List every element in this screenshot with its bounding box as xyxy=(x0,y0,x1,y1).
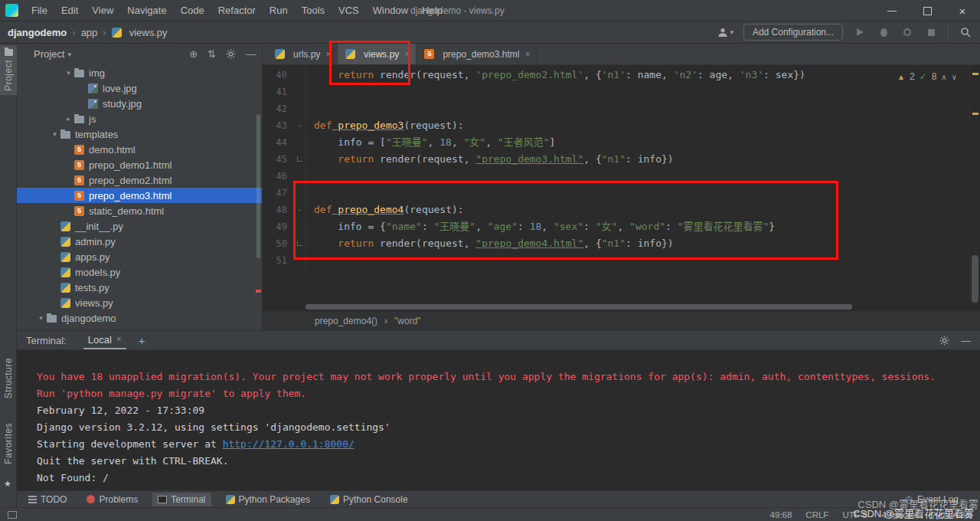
tree-item-models-py[interactable]: models.py xyxy=(17,264,262,280)
html-file-icon: 5 xyxy=(74,160,84,170)
line-number: 47 xyxy=(263,185,293,202)
terminal-tab-local[interactable]: Local × xyxy=(83,331,126,349)
terminal-panel: Terminal: Local × + — You have 18 unappl… xyxy=(17,330,980,490)
hide-panel-button[interactable]: — xyxy=(246,48,256,60)
fold-marker[interactable]: - xyxy=(293,117,306,134)
search-everywhere-button[interactable] xyxy=(959,25,972,39)
tree-item-js[interactable]: ▸js xyxy=(17,111,262,126)
inspections-widget[interactable]: ▲2 ✓8 ∧ ∨ xyxy=(894,70,960,84)
tab-urls-py[interactable]: urls.py× xyxy=(267,44,338,64)
tree-item-static-demo-html[interactable]: 5static_demo.html xyxy=(17,203,262,218)
terminal-output[interactable]: You have 18 unapplied migration(s). Your… xyxy=(17,350,980,490)
maximize-button[interactable] xyxy=(910,0,945,21)
project-scrollbar[interactable] xyxy=(256,67,261,327)
code-line-40: 40 return render(request, 'prepo_demo2.h… xyxy=(263,67,969,84)
tab-close-icon[interactable]: × xyxy=(524,49,530,60)
tree-item-init-py[interactable]: __init__.py xyxy=(17,218,262,234)
prev-problem-button[interactable]: ∧ xyxy=(941,73,946,81)
scrollbar-thumb[interactable] xyxy=(305,304,852,310)
toolwindow-button-python-packages[interactable]: Python Packages xyxy=(220,493,315,506)
scrollbar-thumb[interactable] xyxy=(256,114,260,258)
menu-run[interactable]: Run xyxy=(263,0,295,21)
expand-icon[interactable]: ▸ xyxy=(63,115,74,123)
breadcrumb-key[interactable]: "word" xyxy=(394,316,421,326)
menu-view[interactable]: View xyxy=(85,0,120,21)
tree-item-apps-py[interactable]: apps.py xyxy=(17,249,262,264)
close-button[interactable]: × xyxy=(945,0,980,21)
toolwindow-button-problems[interactable]: Problems xyxy=(81,493,143,506)
status-crlf[interactable]: CRLF xyxy=(805,510,828,519)
debug-button[interactable] xyxy=(877,25,890,39)
editor-breadcrumbs: prepo_demo4() › "word" xyxy=(263,311,980,330)
menu-code[interactable]: Code xyxy=(174,0,211,21)
menu-tools[interactable]: Tools xyxy=(295,0,332,21)
next-problem-button[interactable]: ∨ xyxy=(952,73,957,81)
toolwindow-button-terminal[interactable]: Terminal xyxy=(152,493,211,506)
project-view-selector[interactable]: Project ▾ xyxy=(34,48,71,60)
stripe-label: Favorites xyxy=(3,423,14,464)
settings-icon[interactable] xyxy=(939,336,949,346)
stripe-button-project[interactable]: Project xyxy=(0,45,17,95)
server-url-link[interactable]: http://127.0.0.1:8000/ xyxy=(223,438,354,450)
code-editor[interactable]: 40 return render(request, 'prepo_demo2.h… xyxy=(263,65,969,303)
maximize-icon xyxy=(923,7,932,15)
new-terminal-button[interactable]: + xyxy=(139,334,145,347)
tree-item-demo-html[interactable]: 5demo.html xyxy=(17,142,262,157)
tree-item-prepo-demo3-html[interactable]: 5prepo_demo3.html xyxy=(17,188,262,203)
menu-navigate[interactable]: Navigate xyxy=(120,0,173,21)
tab-close-icon[interactable]: × xyxy=(325,49,331,60)
scrollbar-thumb[interactable] xyxy=(972,255,978,303)
line-number: 51 xyxy=(263,252,293,269)
fold-marker[interactable] xyxy=(293,151,306,168)
profile-button[interactable] xyxy=(900,25,914,39)
locate-file-button[interactable]: ⊕ xyxy=(189,48,198,60)
breadcrumb-djangodemo[interactable]: djangodemo xyxy=(8,27,67,38)
add-configuration-button[interactable]: Add Configuration... xyxy=(743,24,843,41)
breadcrumb-function[interactable]: prepo_demo4() xyxy=(315,316,377,326)
tree-item-prepo-demo2-html[interactable]: 5prepo_demo2.html xyxy=(17,172,262,188)
minimize-button[interactable]: — xyxy=(874,0,910,21)
tree-item-prepo-demo1-html[interactable]: 5prepo_demo1.html xyxy=(17,157,262,172)
breadcrumb-views-py[interactable]: views.py xyxy=(112,27,168,38)
status-bar: 49:68CRLFUTF-84 spacesPython 3.9 xyxy=(0,507,980,521)
close-icon[interactable]: × xyxy=(116,334,122,345)
breadcrumb-app[interactable]: app xyxy=(81,27,98,38)
collapse-all-button[interactable]: ⇅ xyxy=(207,48,216,60)
collapse-icon[interactable]: ▾ xyxy=(35,314,47,322)
editor-horizontal-scrollbar[interactable] xyxy=(263,303,969,311)
menu-window[interactable]: Window xyxy=(366,0,415,21)
fold-marker[interactable]: - xyxy=(293,202,306,218)
tree-item-templates[interactable]: ▾templates xyxy=(17,126,262,142)
stripe-button-structure[interactable]: Structure xyxy=(0,354,17,402)
settings-icon[interactable] xyxy=(226,49,236,59)
editor-vertical-scrollbar[interactable] xyxy=(969,65,980,303)
stripe-button-favorites[interactable]: Favorites xyxy=(0,419,17,468)
tree-item-admin-py[interactable]: admin.py xyxy=(17,234,262,249)
tab-close-icon[interactable]: × xyxy=(404,49,410,60)
menu-file[interactable]: File xyxy=(24,0,54,21)
menu-edit[interactable]: Edit xyxy=(54,0,85,21)
tab-prepo-demo3-html[interactable]: 5prepo_demo3.html× xyxy=(416,44,537,64)
hide-panel-button[interactable]: — xyxy=(961,335,971,346)
run-button[interactable] xyxy=(853,25,867,39)
tree-item-love-jpg[interactable]: love.jpg xyxy=(17,80,262,96)
tree-item-study-jpg[interactable]: study.jpg xyxy=(17,96,262,111)
html-file-icon: 5 xyxy=(74,206,84,216)
code-line-50: 50 return render(request, "prepo_demo4.h… xyxy=(263,235,969,252)
tab-views-py[interactable]: views.py× xyxy=(338,44,416,64)
toolwindow-button-python-console[interactable]: Python Console xyxy=(325,493,413,506)
tool-window-switcher-icon[interactable] xyxy=(8,511,17,519)
tree-item-djangodemo[interactable]: ▾djangodemo xyxy=(17,310,262,326)
collapse-icon[interactable]: ▾ xyxy=(63,69,74,77)
menu-vcs[interactable]: VCS xyxy=(332,0,366,21)
status-49-68[interactable]: 49:68 xyxy=(770,510,792,519)
user-account-button[interactable]: ▾ xyxy=(717,27,733,38)
stop-button[interactable] xyxy=(924,25,938,39)
toolwindow-button-todo[interactable]: TODO xyxy=(23,493,72,506)
collapse-icon[interactable]: ▾ xyxy=(49,130,60,138)
menu-refactor[interactable]: Refactor xyxy=(211,0,263,21)
tree-item-views-py[interactable]: views.py xyxy=(17,295,262,310)
tree-item-tests-py[interactable]: tests.py xyxy=(17,280,262,295)
fold-marker[interactable] xyxy=(293,235,306,252)
tree-item-img[interactable]: ▾img xyxy=(17,65,262,80)
